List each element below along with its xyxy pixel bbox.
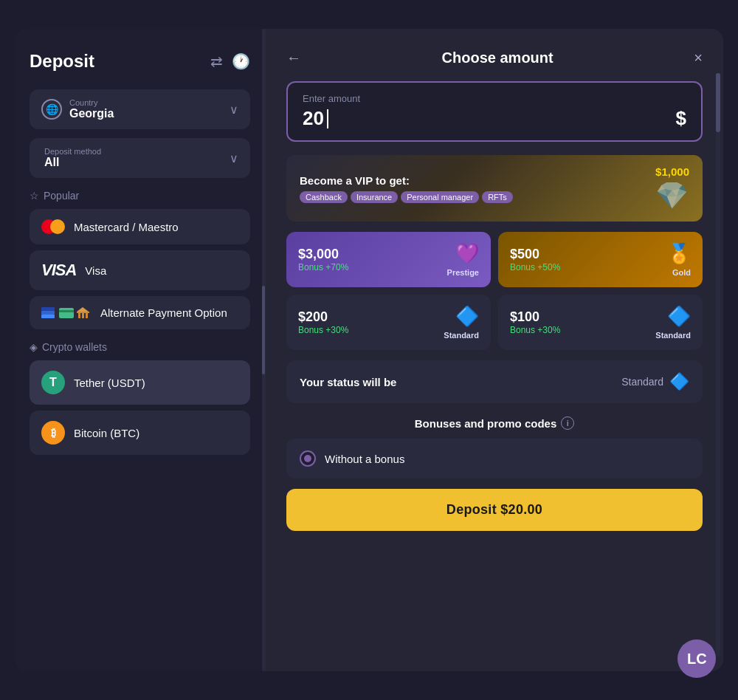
svg-rect-7 — [86, 313, 88, 318]
bonus-prestige-right: 💜 Prestige — [447, 242, 479, 277]
radio-button[interactable] — [300, 450, 316, 467]
mastercard-item[interactable]: Mastercard / Maestro — [30, 209, 250, 244]
bonus-card-standard-1[interactable]: $200 Bonus +30% 🔷 Standard — [286, 295, 491, 350]
crypto-label: Crypto wallets — [42, 341, 107, 353]
globe-icon: 🌐 — [41, 99, 62, 120]
right-panel: ← Choose amount × Enter amount 20 $ Be — [266, 29, 723, 671]
bonus-cards-grid: $3,000 Bonus +70% 💜 Prestige $500 Bonus … — [286, 232, 703, 350]
std1-bonus: Bonus +30% — [298, 325, 348, 335]
vip-banner-left: Become a VIP to get: Cashback Insurance … — [300, 174, 513, 203]
method-text: Deposit method All — [44, 147, 101, 169]
prestige-bonus: Bonus +70% — [298, 262, 348, 272]
vip-title: Become a VIP to get: — [300, 174, 513, 187]
right-scrollbar-thumb — [716, 73, 720, 132]
right-panel-header: ← Choose amount × — [286, 49, 703, 66]
tether-label: Tether (USDT) — [74, 377, 145, 389]
vip-amount: $1,000 — [655, 165, 689, 178]
left-scrollbar-thumb — [262, 286, 265, 374]
std1-amount: $200 — [298, 309, 348, 325]
dropdown-left-country: 🌐 Country Georgia — [41, 98, 114, 120]
brand-logo[interactable]: LC — [677, 639, 716, 678]
vip-tag-insurance: Insurance — [351, 191, 398, 203]
status-right: Standard 🔷 — [621, 372, 689, 391]
deposit-title: Deposit — [30, 51, 94, 72]
vip-tag-cashback: Cashback — [300, 191, 348, 203]
right-scrollbar-track[interactable] — [716, 73, 720, 656]
method-value: All — [44, 156, 59, 168]
prestige-label: Prestige — [447, 268, 479, 277]
bitcoin-item[interactable]: ₿ Bitcoin (BTC) — [30, 411, 250, 455]
dropdown-left-method: Deposit method All — [41, 147, 101, 169]
vip-gem-decoration: 💎 — [655, 180, 689, 211]
status-row: Your status will be Standard 🔷 — [286, 360, 703, 403]
bonus-card-prestige[interactable]: $3,000 Bonus +70% 💜 Prestige — [286, 232, 491, 287]
modal-wrapper: Deposit ⇄ 🕐 🌐 Country Georgia ∨ — [0, 0, 738, 700]
bonus-std2-right: 🔷 Standard — [655, 305, 691, 340]
radio-inner — [304, 455, 311, 462]
vip-banner-right: $1,000 💎 — [655, 165, 689, 211]
vip-tags: Cashback Insurance Personal manager RFTs — [300, 191, 513, 203]
std2-label: Standard — [655, 331, 691, 340]
vip-banner[interactable]: Become a VIP to get: Cashback Insurance … — [286, 155, 703, 222]
chevron-down-icon: ∨ — [230, 103, 238, 117]
visa-icon: VISA — [41, 261, 76, 280]
method-label: Deposit method — [44, 147, 101, 156]
bonus-std1-right: 🔷 Standard — [444, 305, 479, 340]
country-value: Georgia — [69, 107, 114, 120]
visa-label: Visa — [85, 264, 106, 277]
mastercard-icon — [41, 219, 65, 234]
bonus-card-standard-2[interactable]: $100 Bonus +30% 🔷 Standard — [498, 295, 703, 350]
deposit-modal: Deposit ⇄ 🕐 🌐 Country Georgia ∨ — [15, 29, 723, 671]
std1-gem-icon: 🔷 — [455, 305, 479, 328]
currency-symbol: $ — [676, 107, 686, 130]
gold-gem-icon: 🏅 — [667, 242, 691, 265]
visa-item[interactable]: VISA Visa — [30, 250, 250, 290]
amount-input-area: Enter amount 20 — [303, 93, 360, 130]
alternate-payment-item[interactable]: Alternate Payment Option — [30, 296, 250, 329]
country-label: Country — [69, 98, 114, 107]
std2-gem-icon: 🔷 — [667, 305, 691, 328]
bonus-std2-left: $100 Bonus +30% — [510, 309, 560, 335]
tether-icon: T — [41, 371, 65, 394]
svg-rect-4 — [59, 310, 74, 312]
tether-item[interactable]: T Tether (USDT) — [30, 360, 250, 405]
status-value: Standard — [621, 376, 663, 388]
close-button[interactable]: × — [694, 49, 703, 66]
country-text: Country Georgia — [69, 98, 114, 120]
info-icon[interactable]: i — [561, 416, 574, 430]
deposit-method-dropdown[interactable]: Deposit method All ∨ — [30, 138, 250, 178]
card-icon — [59, 308, 74, 318]
left-scrollbar[interactable] — [262, 29, 265, 671]
vip-tag-rfts: RFTs — [482, 191, 513, 203]
bonus-std1-left: $200 Bonus +30% — [298, 309, 348, 335]
transfer-icon[interactable]: ⇄ — [210, 52, 223, 70]
bitcoin-icon: ₿ — [41, 421, 65, 445]
country-dropdown[interactable]: 🌐 Country Georgia ∨ — [30, 89, 250, 129]
std2-bonus: Bonus +30% — [510, 325, 560, 335]
bonus-card-gold[interactable]: $500 Bonus +50% 🏅 Gold — [498, 232, 703, 287]
alternate-label: Alternate Payment Option — [100, 306, 227, 319]
amount-input-box[interactable]: Enter amount 20 $ — [286, 81, 703, 142]
prestige-amount: $3,000 — [298, 247, 348, 262]
star-icon: ☆ — [30, 190, 39, 202]
chevron-down-icon-method: ∨ — [230, 151, 238, 165]
amount-value: 20 — [303, 107, 360, 130]
history-icon[interactable]: 🕐 — [232, 52, 250, 70]
deposit-button[interactable]: Deposit $20.00 — [286, 489, 703, 531]
back-button[interactable]: ← — [286, 49, 301, 66]
gold-amount: $500 — [510, 247, 560, 262]
svg-rect-8 — [77, 312, 89, 313]
mastercard-label: Mastercard / Maestro — [74, 221, 179, 233]
crypto-icon: ◈ — [30, 341, 38, 353]
svg-rect-5 — [78, 313, 80, 318]
bonus-prestige-left: $3,000 Bonus +70% — [298, 247, 348, 272]
without-bonus-option[interactable]: Without a bonus — [286, 439, 703, 478]
left-header: Deposit ⇄ 🕐 — [30, 51, 250, 72]
bank-icon — [77, 307, 92, 319]
svg-rect-1 — [41, 311, 55, 315]
svg-rect-2 — [41, 307, 55, 311]
gold-bonus: Bonus +50% — [510, 262, 560, 272]
status-label: Your status will be — [300, 376, 396, 388]
amount-number: 20 — [303, 107, 324, 130]
bonuses-title: Bonuses and promo codes — [415, 417, 557, 430]
